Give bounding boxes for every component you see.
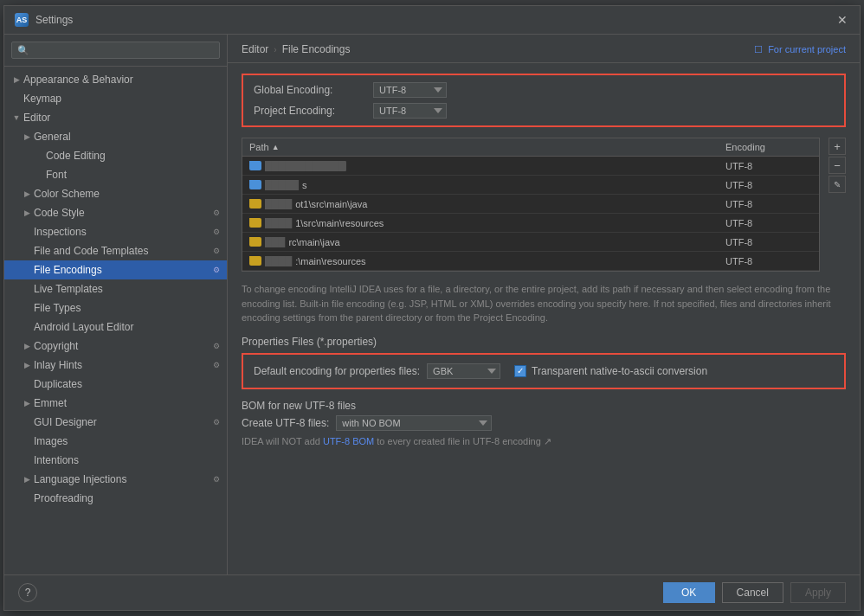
bom-create-select[interactable]: with NO BOM with BOM	[336, 415, 492, 431]
sidebar-item-label: Font	[46, 169, 67, 181]
properties-label: Default encoding for properties files:	[254, 365, 420, 377]
collapse-arrow: ▶	[22, 132, 32, 142]
path-cell: ████ :\main\resources	[249, 256, 725, 266]
bom-label: BOM for new UTF-8 files	[242, 400, 846, 412]
global-encoding-select[interactable]: UTF-8 UTF-16 ISO-8859-1	[373, 82, 447, 98]
apply-button[interactable]: Apply	[790, 582, 846, 603]
collapse-arrow: ▶	[22, 474, 32, 484]
sidebar-item-file-types[interactable]: File Types	[4, 298, 227, 318]
table-row[interactable]: ████ 1\src\main\resources UTF-8	[242, 214, 819, 233]
sidebar-item-gui-designer[interactable]: GUI Designer ⚙	[4, 413, 227, 432]
sidebar-item-label: File Types	[34, 302, 81, 314]
gear-icon: ⚙	[213, 228, 220, 236]
sidebar-item-language-injections[interactable]: ▶ Language Injections ⚙	[4, 470, 227, 489]
path-column-header: Path ▲	[249, 142, 725, 152]
table-row[interactable]: ████████████ UTF-8	[242, 157, 819, 176]
sidebar-item-code-style[interactable]: ▶ Code Style ⚙	[4, 203, 227, 222]
sidebar-item-proofreading[interactable]: Proofreading	[4, 489, 227, 508]
search-box	[4, 35, 227, 67]
path-cell: ████████████	[249, 161, 725, 171]
sidebar-item-live-templates[interactable]: Live Templates	[4, 279, 227, 298]
sidebar-item-label: Copyright	[34, 340, 78, 352]
spacer	[22, 436, 32, 446]
gear-icon: ⚙	[213, 247, 220, 255]
sidebar-item-color-scheme[interactable]: ▶ Color Scheme	[4, 184, 227, 203]
project-encoding-label: Project Encoding:	[254, 105, 366, 117]
gear-icon: ⚙	[213, 266, 220, 274]
table-row[interactable]: ████ :\main\resources UTF-8	[242, 252, 819, 271]
ok-button[interactable]: OK	[663, 582, 715, 603]
sidebar-item-label: GUI Designer	[34, 416, 97, 428]
sidebar-item-label: File Encodings	[34, 264, 102, 276]
sidebar-item-label: Color Scheme	[34, 188, 100, 200]
sidebar-item-duplicates[interactable]: Duplicates	[4, 375, 227, 394]
spacer	[22, 227, 32, 237]
sidebar-item-emmet[interactable]: ▶ Emmet	[4, 394, 227, 413]
encoding-box: Global Encoding: UTF-8 UTF-16 ISO-8859-1…	[242, 74, 846, 127]
sidebar-item-inlay-hints[interactable]: ▶ Inlay Hints ⚙	[4, 356, 227, 375]
table-header: Path ▲ Encoding	[242, 138, 819, 157]
search-input[interactable]	[11, 42, 220, 59]
collapse-arrow: ▶	[22, 398, 32, 408]
spacer	[22, 284, 32, 294]
collapse-arrow: ▶	[22, 208, 32, 218]
table-row[interactable]: ████ ot1\src\main\java UTF-8	[242, 195, 819, 214]
gear-icon: ⚙	[213, 361, 220, 369]
encoding-cell: UTF-8	[725, 180, 812, 190]
sidebar-item-images[interactable]: Images	[4, 432, 227, 451]
close-button[interactable]: ✕	[835, 13, 849, 27]
breadcrumb-file-encodings: File Encodings	[282, 43, 351, 55]
sidebar-item-label: Emmet	[34, 397, 67, 409]
encoding-cell: UTF-8	[725, 199, 812, 209]
sidebar-item-file-code-templates[interactable]: File and Code Templates ⚙	[4, 241, 227, 260]
sidebar-item-label: Images	[34, 435, 68, 447]
transparent-checkbox[interactable]: ✓	[514, 365, 526, 377]
gear-icon: ⚙	[213, 342, 220, 350]
path-cell: █████ s	[249, 180, 725, 190]
utf8-bom-link[interactable]: UTF-8 BOM	[323, 436, 374, 446]
project-encoding-select[interactable]: UTF-8 UTF-16 ISO-8859-1	[373, 103, 447, 119]
encoding-cell: UTF-8	[725, 237, 812, 247]
sidebar-item-label: Intentions	[34, 454, 79, 466]
table-body: ████████████ UTF-8 █████ s	[242, 157, 819, 271]
help-button[interactable]: ?	[18, 583, 37, 602]
sidebar-item-font[interactable]: Font	[4, 165, 227, 184]
table-with-actions: Path ▲ Encoding ████████████	[242, 138, 846, 272]
project-encoding-row: Project Encoding: UTF-8 UTF-16 ISO-8859-…	[254, 103, 834, 119]
sidebar-item-editor[interactable]: ▼ Editor	[4, 108, 227, 127]
sidebar-item-label: Editor	[23, 112, 50, 124]
sidebar-item-appearance[interactable]: ▶ Appearance & Behavior	[4, 70, 227, 89]
spacer	[22, 322, 32, 332]
collapse-arrow: ▶	[11, 74, 22, 85]
add-row-button[interactable]: +	[829, 138, 846, 155]
table-row[interactable]: █████ s UTF-8	[242, 176, 819, 195]
spacer	[34, 151, 44, 161]
sidebar-item-label: Android Layout Editor	[34, 321, 133, 333]
path-cell: ████ 1\src\main\resources	[249, 218, 725, 228]
properties-title: Properties Files (*.properties)	[242, 336, 846, 348]
bom-row: Create UTF-8 files: with NO BOM with BOM	[242, 415, 846, 431]
cancel-button[interactable]: Cancel	[722, 582, 783, 603]
dialog-body: ▶ Appearance & Behavior Keymap ▼ Editor …	[4, 35, 860, 574]
sidebar-item-label: Language Injections	[34, 473, 126, 485]
properties-section: Properties Files (*.properties) Default …	[242, 336, 846, 389]
for-current-project-link[interactable]: ☐ For current project	[754, 44, 846, 55]
spacer	[22, 455, 32, 465]
edit-row-button[interactable]: ✎	[829, 176, 846, 193]
remove-row-button[interactable]: −	[829, 157, 846, 174]
spacer	[22, 417, 32, 427]
sidebar-item-inspections[interactable]: Inspections ⚙	[4, 222, 227, 241]
sidebar-item-file-encodings[interactable]: File Encodings ⚙	[4, 260, 227, 279]
sidebar-item-keymap[interactable]: Keymap	[4, 89, 227, 108]
table-wrap: Path ▲ Encoding ████████████	[242, 138, 820, 272]
sidebar-item-intentions[interactable]: Intentions	[4, 451, 227, 470]
table-row[interactable]: ███ rc\main\java UTF-8	[242, 233, 819, 252]
properties-encoding-select[interactable]: GBK UTF-8 ISO-8859-1	[427, 363, 500, 379]
path-cell: ███ rc\main\java	[249, 237, 725, 247]
sidebar-item-android-layout-editor[interactable]: Android Layout Editor	[4, 318, 227, 337]
sidebar-item-copyright[interactable]: ▶ Copyright ⚙	[4, 337, 227, 356]
sidebar-item-code-editing[interactable]: Code Editing	[4, 146, 227, 165]
folder-icon	[249, 237, 261, 247]
sidebar-item-general[interactable]: ▶ General	[4, 127, 227, 146]
global-encoding-row: Global Encoding: UTF-8 UTF-16 ISO-8859-1	[254, 82, 834, 98]
